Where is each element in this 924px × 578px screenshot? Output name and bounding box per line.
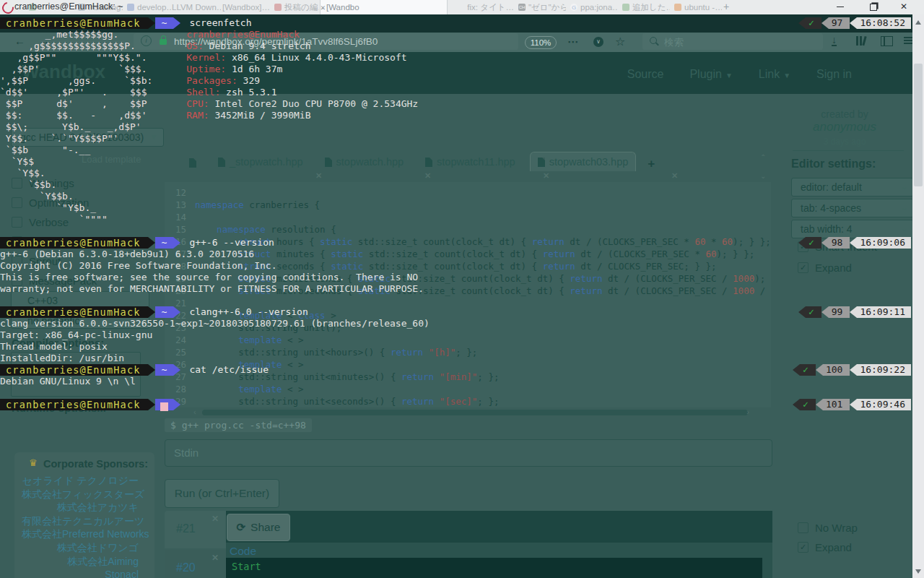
- checkbox-verbose[interactable]: Verbose: [12, 216, 69, 228]
- editor-tab-_stopwatch.hpp[interactable]: _stopwatch.hpp: [211, 152, 310, 171]
- page-info-icon[interactable]: i: [141, 35, 152, 46]
- downloads-icon[interactable]: ↓: [832, 35, 837, 46]
- load-template-button[interactable]: Load template: [82, 154, 141, 165]
- url-text[interactable]: https://wandbox.org/permlink/1aTvv8lf6SL…: [174, 36, 378, 47]
- checkbox-don-t-use-boost[interactable]: Don't Use Boost: [12, 236, 107, 248]
- compiler-options-textarea[interactable]: [11, 352, 141, 397]
- checkbox-warnings[interactable]: Warnings: [12, 177, 74, 189]
- nav-link-source[interactable]: Source: [627, 68, 664, 81]
- sponsor-link[interactable]: 有限会社テクニカルアーツ: [22, 514, 139, 528]
- tab-close-icon[interactable]: ✕: [315, 171, 322, 181]
- editor-scroll-up-icon[interactable]: ⌃: [760, 153, 766, 161]
- code-editor[interactable]: 1213namespace cranberries {1415 namespac…: [165, 182, 771, 407]
- sponsor-link[interactable]: 株式会社Preferred Networks: [22, 527, 139, 541]
- search-input[interactable]: 検索: [642, 33, 823, 50]
- browser-tab[interactable]: 投稿の編…: [270, 0, 319, 14]
- checkbox-box[interactable]: [12, 236, 22, 247]
- browser-tab[interactable]: LLVM Down…: [172, 0, 221, 14]
- line-number: 26: [165, 358, 186, 371]
- page-actions-icon[interactable]: ⋯: [567, 35, 578, 48]
- share-button[interactable]: ⟳ Share: [227, 514, 290, 541]
- sponsor-link[interactable]: 株式会社アカツキ: [22, 501, 139, 514]
- close-button[interactable]: ✕: [894, 0, 914, 14]
- browser-tab-active[interactable]: [Wandbo ✕: [320, 0, 448, 14]
- scrollbar-thumb[interactable]: [914, 64, 923, 186]
- nav-link-link[interactable]: Link▼: [759, 68, 790, 81]
- sponsor-link[interactable]: 株式会社フィックスターズ: [22, 488, 139, 501]
- author-name[interactable]: anonymous: [783, 120, 906, 134]
- editor-tab-stopwatch11.hpp[interactable]: stopwatch11.hpp: [418, 152, 523, 171]
- code-link[interactable]: Code: [230, 545, 256, 558]
- checkbox-box[interactable]: [12, 197, 22, 208]
- checkbox-box[interactable]: ✓: [798, 241, 808, 252]
- minimize-button[interactable]: [830, 0, 850, 14]
- checkbox-sprout[interactable]: Sprout: [12, 255, 61, 267]
- pocket-icon[interactable]: ∨: [593, 37, 603, 47]
- sponsor-link[interactable]: セオライド テクノロジー: [22, 474, 139, 488]
- close-icon[interactable]: ✕: [212, 553, 219, 563]
- checkbox-box[interactable]: [798, 522, 808, 533]
- pedantic-select[interactable]: no pedantic⌄: [11, 311, 149, 329]
- new-tab-button[interactable]: +: [723, 1, 729, 12]
- browser-tab[interactable]: ubuntu -…: [670, 0, 722, 14]
- forward-icon[interactable]: →: [39, 35, 50, 47]
- library-icon[interactable]: [856, 36, 868, 46]
- nav-link-plugin[interactable]: Plugin▼: [689, 68, 732, 81]
- checkbox-optimization[interactable]: Optimization: [12, 197, 89, 209]
- ch-badge-icon: CH: [518, 4, 526, 11]
- restore-button[interactable]: [863, 0, 884, 14]
- editor-tab-stopwatch03.hpp[interactable]: stopwatch03.hpp: [530, 152, 637, 171]
- tab-close-icon[interactable]: ✕: [543, 171, 549, 181]
- editor-tab-stopwatch.hpp[interactable]: stopwatch.hpp: [318, 152, 411, 171]
- result-tab-20[interactable]: #20 ✕: [165, 550, 226, 578]
- bookmark-star-icon[interactable]: ☆: [615, 35, 625, 48]
- close-icon[interactable]: ✕: [212, 514, 219, 524]
- std-version-select[interactable]: C++03⌄: [11, 291, 149, 309]
- stdin-input[interactable]: Stdin: [165, 439, 772, 467]
- run-button[interactable]: Run (or Ctrl+Enter): [165, 479, 279, 508]
- checkbox-expand[interactable]: ✓Expand: [798, 262, 852, 274]
- nav-link-sign-in[interactable]: Sign in: [816, 68, 852, 81]
- editor-settings-select[interactable]: tab width: 4⌄: [791, 220, 914, 238]
- checkbox-messagepack[interactable]: MessagePack: [12, 275, 97, 287]
- checkbox-box[interactable]: ✓: [798, 542, 808, 553]
- wandbox-nav-links: SourcePlugin▼Link▼Sign in: [627, 68, 852, 81]
- checkbox-box[interactable]: [12, 217, 22, 228]
- browser-tab[interactable]: [Wandbox]…: [221, 0, 270, 14]
- sponsor-link[interactable]: 株式会社Aiming: [22, 555, 139, 569]
- compiler-select[interactable]: gcc HEAD 8.0.0(20180303)▼: [11, 128, 164, 147]
- sponsor-link[interactable]: Stonacl: [22, 568, 139, 578]
- editor-scroll-down-icon[interactable]: ⌄: [760, 172, 766, 180]
- browser-tab-label: ubuntu -…: [684, 3, 722, 12]
- back-icon[interactable]: ←: [14, 35, 25, 47]
- zoom-level-badge[interactable]: 110%: [525, 36, 557, 49]
- checkbox-expand[interactable]: ✓Expand: [798, 541, 852, 553]
- browser-tab[interactable]: fix: タイト…: [462, 0, 514, 14]
- browser-tab[interactable]: Gppa:jona…: [566, 0, 618, 14]
- checkbox-box[interactable]: [12, 178, 22, 189]
- checkbox-box[interactable]: ✓: [798, 262, 808, 273]
- checkbox-box[interactable]: [12, 256, 22, 267]
- wandbox-logo[interactable]: Wandbox: [22, 61, 105, 83]
- result-tab-21[interactable]: #21 ✕: [165, 511, 226, 548]
- sidebar-toggle-icon[interactable]: [881, 36, 893, 46]
- scroll-down-icon[interactable]: [915, 569, 921, 574]
- browser-tab[interactable]: CH"ゼロ"から…: [514, 0, 566, 14]
- editor-tab[interactable]: [182, 155, 204, 171]
- checkbox-smart-indent[interactable]: ✓Smart Indent: [798, 241, 877, 253]
- tab-close-icon[interactable]: ✕: [671, 171, 678, 181]
- add-tab-button[interactable]: +: [648, 157, 655, 171]
- terminal-scrollbar[interactable]: [912, 14, 924, 578]
- tab-close-icon[interactable]: ✕: [424, 171, 431, 181]
- editor-hscrollbar[interactable]: ‹›: [165, 407, 757, 418]
- browser-tab[interactable]: develop…: [123, 0, 172, 14]
- editor-settings-select[interactable]: editor: default⌄: [791, 178, 914, 197]
- url-bar[interactable]: i https://wandbox.org/permlink/1aTvv8lf6…: [134, 33, 518, 50]
- tab-close-icon[interactable]: ✕: [321, 1, 447, 14]
- sponsor-link[interactable]: 株式会社ドワンゴ: [22, 541, 139, 555]
- editor-settings-select[interactable]: tab: 4-spaces⌄: [791, 199, 914, 217]
- checkbox-box[interactable]: [12, 275, 22, 286]
- checkbox-no-wrap[interactable]: No Wrap: [798, 522, 858, 534]
- browser-tab[interactable]: 追加した…: [618, 0, 670, 14]
- scroll-up-icon[interactable]: [915, 20, 921, 25]
